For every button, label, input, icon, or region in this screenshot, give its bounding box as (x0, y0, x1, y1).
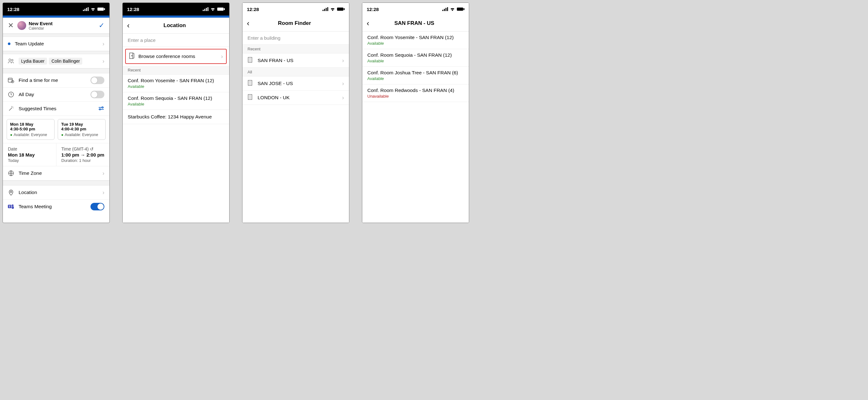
search-placeholder: Enter a place (128, 37, 155, 43)
globe-icon (8, 170, 14, 176)
all-day-row[interactable]: All Day (3, 88, 110, 102)
browse-conference-rooms-button[interactable]: Browse conference rooms › (125, 49, 227, 64)
accent-strip (123, 15, 229, 18)
recent-location-item[interactable]: Starbucks Coffee: 1234 Happy Avenue (123, 110, 229, 124)
find-time-row[interactable]: Find a time for me (3, 73, 110, 88)
svg-point-11 (102, 107, 103, 108)
svg-rect-34 (248, 80, 252, 86)
suggested-times-row: Suggested Times (3, 102, 110, 116)
room-status: Available (367, 41, 384, 46)
time-suggestion-card[interactable]: Tue 19 May 4:00-4:30 pm ●Available: Ever… (58, 119, 105, 140)
calendar-dot-icon (8, 42, 10, 45)
time-suggestion-card[interactable]: Mon 18 May 4:30-5:00 pm ●Available: Ever… (7, 119, 55, 140)
all-day-toggle[interactable] (91, 91, 104, 98)
room-status: Unavailable (367, 94, 389, 99)
room-name: Conf. Room Joshua Tree - SAN FRAN (6) (367, 70, 458, 76)
svg-point-6 (9, 59, 11, 61)
svg-rect-35 (248, 95, 252, 100)
close-icon[interactable]: ✕ (6, 20, 16, 31)
room-item[interactable]: Conf. Room Sequoia - SAN FRAN (12) Avail… (362, 49, 469, 67)
room-item[interactable]: Conf. Room Yosemite - SAN FRAN (12) Avai… (362, 32, 469, 49)
wifi-icon (91, 7, 96, 11)
room-status: Available (367, 76, 384, 81)
divider (3, 51, 110, 54)
svg-rect-38 (445, 8, 446, 11)
battery-icon (337, 7, 345, 11)
sliders-icon[interactable] (98, 105, 104, 112)
screen-location: 12:28 ‹ Location Enter a place Browse co… (122, 2, 229, 223)
date-column[interactable]: Date Mon 18 May Today (3, 143, 56, 166)
svg-rect-20 (204, 9, 205, 11)
status-bar: 12:28 (243, 3, 349, 15)
room-status: Available (367, 59, 384, 63)
building-item[interactable]: LONDON - UK › (243, 91, 349, 105)
chevron-right-icon: › (342, 80, 344, 87)
calendar-clock-icon (8, 77, 14, 83)
recent-location-item[interactable]: Conf. Room Yosemite - SAN FRAN (12) Avai… (123, 75, 229, 92)
svg-rect-8 (8, 78, 12, 82)
teams-meeting-row[interactable]: T Teams Meeting (3, 200, 110, 213)
svg-rect-28 (324, 9, 325, 11)
location-pin-icon (8, 189, 14, 196)
attendee-chip[interactable]: Lydia Bauer (19, 58, 47, 65)
svg-rect-33 (248, 57, 252, 62)
chevron-right-icon: › (221, 53, 223, 60)
building-item[interactable]: SAN JOSE - US › (243, 76, 349, 91)
location-search-input[interactable]: Enter a place (123, 34, 229, 47)
confirm-icon[interactable]: ✓ (97, 22, 106, 30)
page-subtitle: Calendar (29, 26, 97, 31)
find-time-toggle[interactable] (91, 76, 104, 84)
event-title: Team Update (15, 41, 102, 46)
clock: 12:28 (367, 7, 379, 12)
room-item[interactable]: Conf. Room Joshua Tree - SAN FRAN (6) Av… (362, 67, 469, 85)
back-icon[interactable]: ‹ (126, 21, 131, 30)
door-icon (129, 53, 135, 60)
screen-room-finder: 12:28 ‹ Room Finder Enter a building Rec… (242, 2, 349, 223)
status-bar: 12:28 (362, 3, 469, 15)
attendees-row[interactable]: Lydia Bauer Colin Ballinger › (3, 54, 110, 68)
timezone-label: Time Zone (19, 170, 102, 176)
room-name: Conf. Room Sequoia - SAN FRAN (12) (367, 52, 452, 58)
room-name: Conf. Room Yosemite - SAN FRAN (12) (367, 35, 454, 40)
svg-point-26 (131, 56, 132, 56)
place-name: Starbucks Coffee: 1234 Happy Avenue (128, 114, 212, 120)
back-icon[interactable]: ‹ (246, 19, 251, 28)
room-status: Available (128, 102, 145, 106)
svg-rect-24 (224, 8, 225, 10)
building-item[interactable]: SAN FRAN - US › (243, 54, 349, 68)
titlebar: ‹ Location (123, 18, 229, 34)
signal-icon (203, 7, 209, 11)
recent-location-item[interactable]: Conf. Room Sequoia - SAN FRAN (12) Avail… (123, 92, 229, 110)
suggestion-availability: ●Available: Everyone (10, 133, 51, 137)
svg-point-17 (12, 204, 13, 206)
location-label: Location (19, 190, 102, 195)
all-section-label: All (243, 68, 349, 76)
svg-rect-21 (206, 8, 207, 11)
page-title: SAN FRAN - US (370, 20, 458, 27)
location-row[interactable]: Location › (3, 186, 110, 200)
building-search-input[interactable]: Enter a building (243, 32, 349, 45)
svg-text:T: T (9, 205, 11, 208)
room-item[interactable]: Conf. Room Redwoods - SAN FRAN (4) Unava… (362, 85, 469, 102)
status-icons (322, 7, 345, 11)
wifi-icon (210, 7, 215, 11)
date-time-block[interactable]: Date Mon 18 May Today Time (GMT-4) ↺ 1:0… (3, 143, 110, 166)
room-name: Conf. Room Yosemite - SAN FRAN (12) (128, 78, 214, 84)
status-icons (442, 7, 464, 11)
back-icon[interactable]: ‹ (365, 19, 370, 28)
teams-icon: T (8, 204, 14, 209)
status-icons (83, 7, 105, 11)
page-title: Location (131, 22, 218, 29)
teams-meeting-toggle[interactable] (91, 203, 104, 210)
svg-point-12 (99, 109, 100, 110)
svg-rect-19 (203, 10, 204, 11)
svg-rect-30 (327, 7, 328, 11)
people-icon (8, 59, 14, 64)
attendee-chip[interactable]: Colin Ballinger (49, 58, 82, 65)
suggested-times-cards: Mon 18 May 4:30-5:00 pm ●Available: Ever… (3, 116, 110, 143)
svg-rect-0 (83, 10, 84, 11)
event-title-row[interactable]: Team Update › (3, 37, 110, 51)
clock-icon (8, 92, 14, 97)
timezone-row[interactable]: Time Zone › (3, 166, 110, 180)
time-column[interactable]: Time (GMT-4) ↺ 1:00 pm→2:00 pm Duration:… (56, 143, 110, 166)
